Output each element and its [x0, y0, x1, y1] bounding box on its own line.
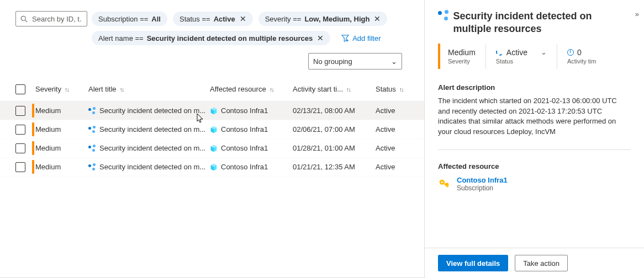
resource-cell: Contoso Infra1	[210, 125, 293, 133]
row-checkbox[interactable]	[15, 162, 25, 172]
filter-key: Severity ==	[265, 15, 302, 23]
filter-pill-status[interactable]: Status == Active ✕	[173, 12, 253, 26]
row-checkbox[interactable]	[15, 143, 25, 153]
svg-line-1	[25, 20, 28, 22]
alert-description-header: Alert description	[438, 83, 631, 92]
search-input[interactable]	[31, 14, 82, 24]
filter-value: Security incident detected on multiple r…	[147, 34, 313, 42]
filter-pill-alert-name[interactable]: Alert name == Security incident detected…	[92, 31, 330, 45]
stat-severity: Medium Severity	[448, 44, 485, 69]
chevron-down-icon: ⌄	[541, 48, 547, 56]
sort-icon: ↑↓	[120, 86, 124, 93]
cube-icon	[210, 126, 218, 133]
severity-cell: Medium	[35, 101, 88, 120]
resource-cell: Contoso Infra1	[210, 144, 293, 152]
table-row[interactable]: Medium Security incident detected on m..…	[0, 158, 424, 177]
column-header-resource[interactable]: Affected resource↑↓	[210, 85, 293, 93]
detail-stats-row: Medium Severity Active ⌄ Status 0	[438, 44, 631, 69]
search-icon	[20, 15, 28, 23]
divider	[438, 149, 631, 150]
title-cell: Security incident detected on m...	[88, 106, 210, 115]
status-active-icon	[496, 49, 503, 56]
take-action-button[interactable]: Take action	[515, 255, 568, 271]
sort-icon: ↑↓	[270, 86, 273, 93]
alerts-table-body: Medium Security incident detected on m..…	[0, 101, 424, 177]
stat-activity-time: 0 Activity tim	[557, 44, 606, 69]
column-header-title[interactable]: Alert title↑↓	[88, 85, 210, 93]
add-filter-label: Add filter	[352, 34, 381, 42]
filter-icon	[341, 34, 349, 42]
close-icon[interactable]: ✕	[317, 34, 324, 42]
affected-resource-type: Subscription	[457, 184, 508, 192]
table-row[interactable]: Medium Security incident detected on m..…	[0, 139, 424, 158]
close-icon[interactable]: ✕	[240, 14, 246, 23]
title-cell: Security incident detected on m...	[88, 144, 210, 152]
select-all-checkbox[interactable]	[15, 84, 25, 94]
row-checkbox[interactable]	[15, 106, 25, 116]
svg-point-5	[441, 181, 443, 183]
status-cell: Active	[376, 163, 420, 171]
severity-bar-icon	[32, 104, 34, 117]
sort-icon: ↑↓	[399, 86, 403, 93]
add-filter-button[interactable]: Add filter	[336, 31, 386, 45]
status-cell: Active	[376, 106, 420, 115]
security-incident-icon	[88, 107, 96, 115]
filter-pill-subscription[interactable]: Subscription == All	[92, 12, 167, 26]
start-cell: 02/06/21, 07:00 AM	[293, 125, 376, 133]
detail-footer: View full details Take action	[425, 248, 644, 278]
start-cell: 01/21/21, 12:35 AM	[293, 163, 376, 171]
filter-value: All	[151, 15, 161, 23]
status-cell: Active	[376, 144, 420, 152]
table-row[interactable]: Medium Security incident detected on m..…	[0, 120, 424, 139]
sort-icon: ↑↓	[65, 86, 68, 93]
severity-cell: Medium	[35, 120, 88, 138]
severity-bar-icon	[32, 122, 34, 136]
expand-pane-icon[interactable]: »	[635, 10, 636, 18]
column-header-start[interactable]: Activity start ti...↑↓	[293, 85, 376, 93]
table-row[interactable]: Medium Security incident detected on m..…	[0, 101, 424, 120]
sort-icon: ↑↓	[346, 86, 350, 93]
svg-point-0	[21, 16, 25, 20]
clock-icon	[567, 49, 574, 56]
filter-key: Subscription ==	[98, 15, 148, 23]
search-input-wrapper[interactable]	[15, 11, 87, 26]
title-cell: Security incident detected on m...	[88, 125, 210, 133]
severity-cell: Medium	[35, 158, 88, 176]
start-cell: 02/13/21, 08:00 AM	[293, 106, 376, 115]
filter-pill-severity[interactable]: Severity == Low, Medium, High ✕	[258, 12, 388, 26]
filter-value: Low, Medium, High	[304, 15, 369, 23]
chevron-down-icon: ⌄	[391, 57, 397, 66]
detail-title: Security incident detected on multiple r…	[453, 10, 631, 36]
filter-value: Active	[214, 15, 235, 23]
key-icon	[438, 178, 450, 190]
affected-resource-name: Contoso Infra1	[457, 176, 508, 184]
security-incident-icon	[438, 10, 446, 21]
column-header-severity[interactable]: Severity↑↓	[35, 85, 88, 93]
affected-resource-header: Affected resource	[438, 162, 631, 170]
stat-status[interactable]: Active ⌄ Status	[485, 44, 557, 69]
alerts-main-pane: Subscription == All Status == Active ✕ S…	[0, 0, 424, 278]
severity-bar-icon	[32, 160, 34, 174]
security-incident-icon	[88, 163, 96, 171]
severity-cell: Medium	[35, 139, 88, 157]
detail-pane: » Security incident detected on multiple…	[424, 0, 644, 278]
status-cell: Active	[376, 125, 420, 133]
affected-resource-item[interactable]: Contoso Infra1 Subscription	[438, 176, 631, 192]
grouping-select[interactable]: No grouping ⌄	[308, 53, 402, 70]
filter-key: Status ==	[180, 15, 210, 23]
alert-description-text: The incident which started on 2021-02-13…	[438, 96, 631, 137]
severity-bar-icon	[32, 141, 34, 155]
view-full-details-button[interactable]: View full details	[438, 255, 508, 271]
cube-icon	[210, 163, 218, 171]
cube-icon	[210, 145, 218, 152]
resource-cell: Contoso Infra1	[210, 106, 293, 115]
cube-icon	[210, 107, 218, 115]
security-incident-icon	[88, 126, 96, 133]
title-cell: Security incident detected on m...	[88, 163, 210, 171]
grouping-value: No grouping	[313, 57, 352, 66]
column-header-status[interactable]: Status↑↓	[376, 85, 420, 93]
close-icon[interactable]: ✕	[374, 14, 381, 23]
filter-key: Alert name ==	[98, 34, 144, 42]
row-checkbox[interactable]	[15, 125, 25, 135]
resource-cell: Contoso Infra1	[210, 163, 293, 171]
